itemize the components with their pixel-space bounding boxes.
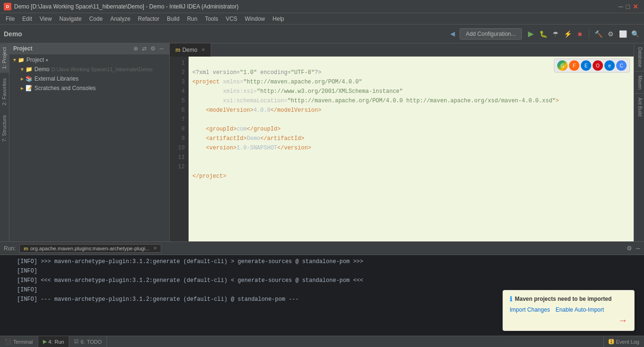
- code-editor[interactable]: 12345 678910 1112 <?xml version="1.0" en…: [170, 57, 634, 241]
- run-button[interactable]: ▶: [526, 29, 536, 39]
- project-panel-title: Project: [13, 45, 132, 52]
- line-numbers: 12345 678910 1112: [170, 57, 189, 241]
- right-tab-database[interactable]: Database: [634, 43, 644, 72]
- editor-tab-demo[interactable]: m Demo ✕: [170, 43, 211, 57]
- demo-folder-icon: 📁: [25, 66, 33, 73]
- debug-button[interactable]: 🐛: [538, 29, 548, 39]
- terminal-label: Terminal: [13, 339, 33, 345]
- menu-navigate[interactable]: Navigate: [56, 15, 85, 23]
- import-changes-link[interactable]: Import Changes: [510, 306, 550, 313]
- minimize-btn[interactable]: ─: [619, 3, 623, 10]
- right-tab-ant[interactable]: Ant Build: [634, 94, 644, 120]
- run-tab-icon: ▶: [43, 339, 47, 345]
- tree-item-external-libs[interactable]: ▸ 📚 External Libraries: [9, 74, 169, 83]
- settings-icon[interactable]: ⚙: [605, 29, 616, 39]
- menu-analyze[interactable]: Analyze: [107, 15, 134, 23]
- title-text: Demo [D:\Java Working Space\11_hibernate…: [14, 3, 619, 10]
- right-tab-maven[interactable]: Maven: [634, 72, 644, 94]
- run-content: [INFO] >>> maven-archetype-plugin:3.1.2:…: [0, 255, 644, 336]
- firefox-icon[interactable]: F: [569, 60, 579, 71]
- build-icon[interactable]: 🔨: [593, 29, 603, 39]
- enable-auto-import-link[interactable]: Enable Auto-Import: [555, 306, 604, 313]
- fullscreen-icon[interactable]: ⬜: [618, 29, 628, 39]
- run-minimize-icon[interactable]: ─: [636, 245, 640, 252]
- tab-close-icon[interactable]: ✕: [201, 47, 205, 52]
- left-side-tabs: 1: Project 2: Favorites 7: Structure: [0, 43, 9, 241]
- tree-demo-label: Demo: [34, 66, 50, 73]
- menu-vcs[interactable]: VCS: [222, 15, 241, 23]
- tree-item-demo[interactable]: ▾ 📁 Demo D:\Java Working Space\11_hibern…: [9, 65, 169, 74]
- editor-area: G F E O e C m Demo ✕ 12345 678910 1112 <…: [170, 43, 634, 241]
- run-tab-label: org.apache.maven.plugins:maven-archetype…: [30, 246, 149, 251]
- add-config-button[interactable]: Add Configuration...: [460, 28, 522, 40]
- tool-tab-todo[interactable]: ☑ 6: TODO: [69, 336, 107, 347]
- maven-notification: ℹ Maven projects need to be imported Imp…: [503, 290, 635, 331]
- project-panel: Project ⊕ ⇄ ⚙ ─ ▾ 📁 Project ▾ ▾ 📁 Demo D…: [9, 43, 170, 241]
- browser-icons-bar: G F E O e C: [554, 58, 630, 73]
- app-icon: D: [4, 3, 11, 10]
- run-tool-label: Run: [55, 339, 64, 345]
- menu-view[interactable]: View: [36, 15, 56, 23]
- chrome-icon[interactable]: G: [557, 60, 568, 71]
- tree-demo-path: D:\Java Working Space\11_hibernate\Demo: [51, 66, 152, 72]
- editor-tabs-bar: m Demo ✕: [170, 43, 634, 57]
- opera-icon[interactable]: O: [593, 60, 603, 71]
- tool-tab-run[interactable]: ▶ 4: Run: [38, 336, 69, 347]
- demo-folder-expand-icon: ▾: [21, 66, 24, 73]
- ext-libs-expand-icon: ▸: [21, 75, 24, 82]
- close-btn[interactable]: ✕: [633, 3, 638, 10]
- notification-actions: Import Changes Enable Auto-Import: [510, 306, 627, 313]
- toolbar: Demo ◀ Add Configuration... ▶ 🐛 ☂ ⚡ ■ 🔨 …: [0, 25, 644, 43]
- search-icon[interactable]: 🔍: [630, 29, 640, 39]
- ie-icon[interactable]: E: [581, 60, 591, 71]
- title-bar: D Demo [D:\Java Working Space\11_hiberna…: [0, 0, 644, 13]
- tree-item-scratches[interactable]: ▸ 📝 Scratches and Consoles: [9, 83, 169, 93]
- tree-item-project-root[interactable]: ▾ 📁 Project ▾: [9, 55, 169, 65]
- menu-window[interactable]: Window: [241, 15, 269, 23]
- run-line-3: [INFO] <<< maven-archetype-plugin:3.1.2:…: [17, 276, 640, 285]
- menu-edit[interactable]: Edit: [18, 15, 36, 23]
- run-line-2: [INFO]: [17, 266, 640, 276]
- tab-demo-label: Demo: [182, 47, 198, 53]
- back-icon[interactable]: ◀: [447, 29, 458, 39]
- menu-tools[interactable]: Tools: [201, 15, 222, 23]
- run-settings-icon[interactable]: ⚙: [627, 245, 632, 252]
- sidebar-tab-structure[interactable]: 7: Structure: [0, 111, 9, 146]
- menu-refactor[interactable]: Refactor: [134, 15, 163, 23]
- close-panel-icon[interactable]: ─: [159, 45, 164, 52]
- notification-info-icon: ℹ: [510, 295, 512, 303]
- project-dropdown-icon[interactable]: ▾: [46, 58, 48, 63]
- stop-button[interactable]: ■: [575, 29, 585, 39]
- tool-tab-terminal[interactable]: ⬛ Terminal: [0, 336, 38, 347]
- sync-icon[interactable]: ⇄: [142, 45, 147, 52]
- coverage-button[interactable]: ☂: [550, 29, 561, 39]
- run-tab[interactable]: m org.apache.maven.plugins:maven-archety…: [19, 244, 161, 253]
- right-side-tabs: Database Maven Ant Build: [634, 43, 644, 241]
- maximize-btn[interactable]: □: [626, 3, 630, 10]
- window-controls: ─ □ ✕: [619, 3, 638, 10]
- scratches-expand-icon: ▸: [21, 85, 24, 91]
- edge-icon[interactable]: e: [604, 60, 615, 71]
- project-name: Demo: [4, 30, 22, 38]
- tab-maven-icon: m: [175, 47, 181, 53]
- menu-help[interactable]: Help: [269, 15, 288, 23]
- sidebar-tab-favorites[interactable]: 2: Favorites: [0, 74, 9, 109]
- settings-panel-icon[interactable]: ⚙: [150, 45, 156, 52]
- sidebar-tab-project[interactable]: 1: Project: [0, 43, 9, 73]
- profile-button[interactable]: ⚡: [562, 29, 573, 39]
- menu-file[interactable]: File: [2, 15, 18, 23]
- run-num: 4:: [49, 339, 53, 345]
- chromium-icon[interactable]: C: [616, 60, 627, 71]
- event-log-tab[interactable]: 1 Event Log: [603, 336, 644, 347]
- code-content[interactable]: <?xml version="1.0" encoding="UTF-8"?> <…: [189, 57, 634, 241]
- menu-run[interactable]: Run: [183, 15, 201, 23]
- menu-code[interactable]: Code: [85, 15, 107, 23]
- tree-scratches-label: Scratches and Consoles: [34, 85, 96, 91]
- add-content-icon[interactable]: ⊕: [133, 45, 138, 52]
- project-root-icon: ▾: [13, 57, 16, 63]
- notification-arrow: →: [510, 315, 627, 326]
- run-tab-close-icon[interactable]: ✕: [153, 246, 157, 251]
- notification-title-text: Maven projects need to be imported: [515, 296, 611, 302]
- menu-build[interactable]: Build: [163, 15, 183, 23]
- project-tree: ▾ 📁 Project ▾ ▾ 📁 Demo D:\Java Working S…: [9, 54, 169, 241]
